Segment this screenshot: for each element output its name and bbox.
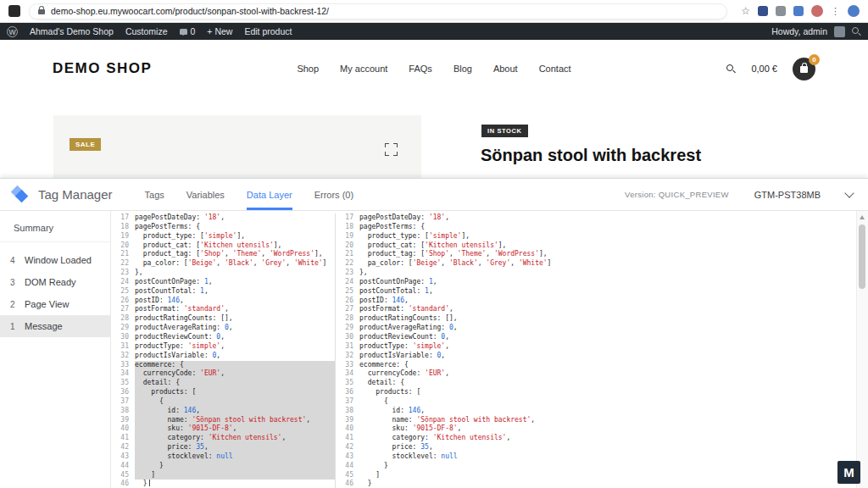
line-number: 28 xyxy=(336,314,359,324)
line-number: 42 xyxy=(111,443,135,452)
code-text: name: 'Sönpan stool with backrest', xyxy=(135,416,335,425)
line-number: 35 xyxy=(111,379,135,388)
nav-item-contact[interactable]: Contact xyxy=(539,64,571,74)
line-number: 37 xyxy=(111,397,135,407)
line-number: 35 xyxy=(336,379,359,388)
extension-icon[interactable] xyxy=(758,6,768,16)
code-text: ecommerce: { xyxy=(359,361,857,370)
code-line: 35 detail: { xyxy=(111,379,335,388)
browser-actions: ☆ ⋮ xyxy=(741,5,860,17)
line-number: 40 xyxy=(111,424,135,434)
admin-bar-edit-product[interactable]: Edit product xyxy=(244,26,292,36)
bookmark-star-icon[interactable]: ☆ xyxy=(741,6,750,16)
code-line: 41 category: 'Kitchen utensils', xyxy=(336,434,857,443)
gtm-container-id[interactable]: GTM-PST38MB xyxy=(754,190,821,200)
code-text: ecommerce: { xyxy=(135,361,335,370)
datalayer-code-panel-right[interactable]: 17pagePostDateDay: '18',18pagePostTerms:… xyxy=(336,214,857,488)
admin-bar-new[interactable]: + New xyxy=(207,26,232,36)
tab-tags[interactable]: Tags xyxy=(145,179,164,210)
code-text: currencyCode: 'EUR', xyxy=(135,369,335,379)
cart-button[interactable]: 0 xyxy=(793,58,815,80)
code-text: stocklevel: null xyxy=(135,452,335,462)
browser-profile-avatar[interactable] xyxy=(811,5,823,17)
cart-icon xyxy=(800,66,808,73)
line-number: 34 xyxy=(111,369,135,379)
admin-bar-site-name[interactable]: Ahmad's Demo Shop xyxy=(30,26,114,36)
line-number: 41 xyxy=(111,434,135,443)
admin-bar-customize[interactable]: Customize xyxy=(125,26,168,36)
code-text: { xyxy=(135,397,335,407)
sidebar-item-dom-ready[interactable]: 3 DOM Ready xyxy=(0,271,110,293)
code-line: 35 detail: { xyxy=(336,379,857,388)
scrollbar[interactable] xyxy=(856,211,868,488)
admin-avatar[interactable] xyxy=(834,26,845,37)
line-number: 18 xyxy=(111,223,135,232)
browser-menu-icon[interactable]: ⋮ xyxy=(831,7,840,16)
gtm-brand: Tag Manager xyxy=(38,187,113,202)
nav-item-my-account[interactable]: My account xyxy=(340,64,387,74)
line-number: 30 xyxy=(336,333,359,342)
line-number: 43 xyxy=(336,452,359,462)
line-number: 41 xyxy=(336,434,359,443)
line-number: 24 xyxy=(336,278,359,287)
code-line: 19 product_type: ['simple'], xyxy=(336,232,857,241)
extension-icon[interactable] xyxy=(793,6,804,16)
chevron-down-icon[interactable] xyxy=(844,188,854,197)
cart-total[interactable]: 0,00 € xyxy=(751,64,777,74)
wordpress-logo-icon[interactable]: W xyxy=(7,26,18,37)
code-line: 21 product_tag: ['Shop', 'Theme', 'WordP… xyxy=(111,250,335,259)
event-number: 4 xyxy=(10,256,17,265)
scrollbar-thumb[interactable] xyxy=(859,225,865,289)
nav-item-about[interactable]: About xyxy=(493,64,518,74)
code-line: 31productType: 'simple', xyxy=(111,342,335,352)
comment-count: 0 xyxy=(191,26,196,36)
code-line: 44 } xyxy=(336,462,857,471)
tab-data-layer[interactable]: Data Layer xyxy=(247,179,292,210)
code-text: stocklevel: null xyxy=(359,452,857,462)
code-text: sku: '9015-DF-8', xyxy=(359,424,857,434)
tab-variables[interactable]: Variables xyxy=(186,179,225,210)
code-text: name: 'Sönpan stool with backrest', xyxy=(359,416,857,425)
line-number: 20 xyxy=(336,241,359,251)
line-number: 24 xyxy=(111,278,135,287)
scroll-up-arrow-icon[interactable] xyxy=(860,215,865,219)
expand-icon[interactable] xyxy=(385,143,398,156)
sidebar-item-page-view[interactable]: 2 Page View xyxy=(0,293,110,315)
sale-badge: SALE xyxy=(70,138,101,151)
sidebar-item-summary[interactable]: Summary xyxy=(0,214,110,242)
url-bar[interactable]: demo-shop.eu.mywoocart.com/product/sonpa… xyxy=(29,3,727,19)
nav-item-faqs[interactable]: FAQs xyxy=(409,64,432,74)
line-number: 17 xyxy=(111,214,135,223)
event-number: 2 xyxy=(10,300,17,309)
line-number: 31 xyxy=(336,342,359,352)
code-text: { xyxy=(359,397,857,407)
sidebar-item-message[interactable]: 1 Message xyxy=(0,315,110,337)
code-line: 31productType: 'simple', xyxy=(336,342,857,352)
admin-bar-howdy[interactable]: Howdy, admin xyxy=(771,26,827,36)
admin-search-icon[interactable] xyxy=(852,27,861,36)
line-number: 39 xyxy=(111,416,135,425)
datalayer-code-panel-left[interactable]: 17pagePostDateDay: '18',18pagePostTerms:… xyxy=(111,214,336,488)
browser-app-icon[interactable] xyxy=(8,5,20,17)
sidebar-item-window-loaded[interactable]: 4 Window Loaded xyxy=(0,249,110,271)
nav-item-blog[interactable]: Blog xyxy=(453,64,472,74)
code-line: 32productIsVariable: 0, xyxy=(111,352,335,361)
code-line: 22 pa_color: ['Beige', 'Black', 'Grey', … xyxy=(336,259,857,269)
code-text: detail: { xyxy=(359,379,857,388)
extension-icon[interactable] xyxy=(776,6,786,16)
account-avatar[interactable] xyxy=(848,5,860,17)
site-logo[interactable]: DEMO SHOP xyxy=(53,60,152,77)
code-text: pagePostDateDay: '18', xyxy=(135,214,335,223)
code-line: 40 sku: '9015-DF-8', xyxy=(111,424,335,434)
code-text: } xyxy=(135,480,335,488)
nav-item-shop[interactable]: Shop xyxy=(297,64,319,74)
code-line: 27postFormat: 'standard', xyxy=(111,305,335,314)
gtm-debug-panel: Tag Manager Tags Variables Data Layer Er… xyxy=(0,178,868,488)
stock-badge: IN STOCK xyxy=(481,125,528,137)
admin-bar-comments[interactable]: 0 xyxy=(180,26,196,36)
header-search-icon[interactable] xyxy=(726,64,736,74)
code-text: pagePostDateDay: '18', xyxy=(359,214,857,223)
tab-errors[interactable]: Errors (0) xyxy=(314,179,353,210)
code-line: 29productAverageRating: 0, xyxy=(111,324,335,333)
gtm-event-sidebar: Summary 4 Window Loaded 3 DOM Ready 2 Pa… xyxy=(0,211,111,488)
